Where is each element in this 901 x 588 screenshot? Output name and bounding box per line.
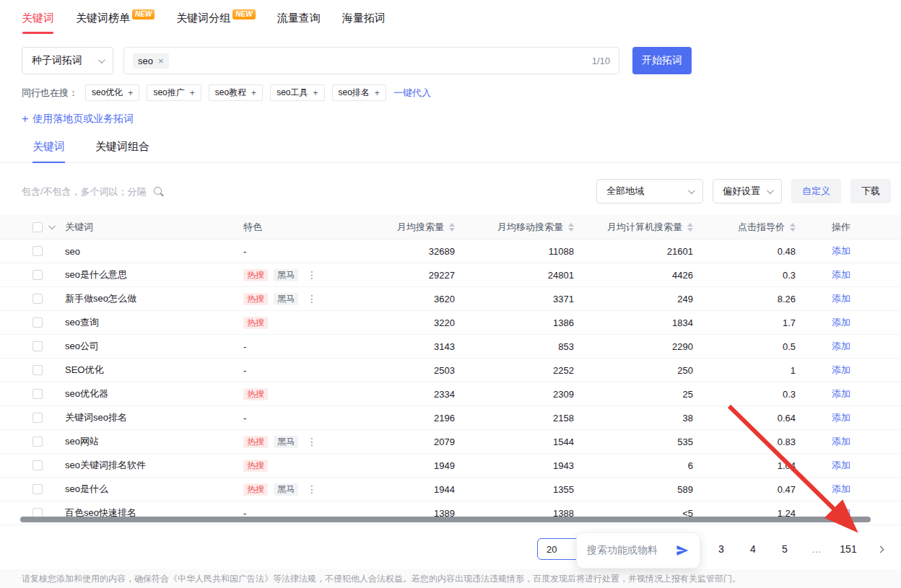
more-icon[interactable]: ⋮ [307, 269, 317, 281]
tab-keyword-grouping[interactable]: 关键词分组 NEW [176, 12, 255, 34]
preference-settings-button[interactable]: 偏好设置 [713, 179, 782, 203]
mobile-volume: 3371 [461, 294, 580, 304]
compliance-footer: 请复核您添加和使用的内容，确保符合《中华人民共和国广告法》等法律法规，不侵犯他人… [0, 569, 901, 588]
keyword-cell: 关键词seo排名 [56, 411, 237, 424]
next-page-button[interactable] [869, 538, 891, 560]
customize-columns-button[interactable]: 自定义 [791, 179, 841, 203]
add-link[interactable]: 添加 [832, 460, 850, 470]
more-icon[interactable]: ⋮ [307, 483, 317, 495]
landing-page-expansion-link[interactable]: + 使用落地页或业务拓词 [22, 113, 134, 126]
sort-icon[interactable] [449, 223, 455, 232]
table-row: seo关键词排名软件 热搜 1949 1943 6 1.04 添加 [0, 454, 901, 478]
tab-label: 关键词 [22, 12, 54, 25]
add-link[interactable]: 添加 [832, 341, 850, 351]
suggestion-chip[interactable]: seo工具 + [270, 84, 324, 101]
keyword-cell: seo [56, 246, 237, 257]
more-icon[interactable]: ⋮ [307, 293, 317, 304]
main-nav: 关键词 关键词榜单 NEW 关键词分组 NEW 流量查询 海量拓词 [0, 0, 901, 34]
add-link[interactable]: 添加 [832, 245, 850, 256]
add-link[interactable]: 添加 [832, 293, 850, 304]
row-checkbox[interactable] [32, 246, 43, 256]
table-header: 关键词 特色 月均搜索量 月均移动搜索量 月均计算机搜索量 点击指导价 操作 [0, 215, 901, 240]
chevron-down-icon [767, 187, 774, 194]
sort-icon[interactable] [790, 223, 796, 232]
row-checkbox[interactable] [32, 413, 43, 423]
suggestion-chip[interactable]: seo优化 + [85, 84, 139, 101]
filter-bar: 包含/不包含，多个词以；分隔 全部地域 偏好设置 自定义 下载 [22, 179, 879, 205]
select-all-checkbox[interactable] [32, 222, 43, 232]
close-icon[interactable]: × [158, 56, 164, 66]
pc-volume: 2290 [580, 341, 699, 352]
seed-word-input[interactable]: seo × 1/10 [123, 47, 619, 74]
cpc-value: 0.5 [699, 341, 801, 352]
add-link[interactable]: 添加 [832, 364, 850, 375]
download-button[interactable]: 下载 [850, 179, 891, 203]
keyword-cell: seo是什么意思 [56, 268, 237, 281]
cpc-value: 0.3 [699, 270, 801, 281]
add-link[interactable]: 添加 [832, 483, 850, 494]
monthly-volume: 1949 [367, 460, 461, 471]
apply-all-link[interactable]: 一键代入 [393, 87, 431, 100]
row-checkbox[interactable] [32, 436, 43, 447]
row-checkbox[interactable] [32, 294, 43, 304]
monthly-volume: 1944 [367, 484, 461, 495]
region-select[interactable]: 全部地域 [596, 179, 703, 203]
horizontal-scrollbar[interactable] [20, 517, 871, 522]
new-badge: NEW [132, 9, 154, 19]
row-checkbox[interactable] [32, 484, 43, 494]
filter-placeholder: 包含/不包含，多个词以；分隔 [22, 185, 147, 198]
sort-icon[interactable] [568, 223, 574, 232]
mobile-volume: 1544 [461, 436, 580, 447]
suggestion-chip[interactable]: seo排名 + [332, 84, 386, 101]
send-icon[interactable] [675, 543, 689, 558]
page-3[interactable]: 3 [710, 538, 732, 560]
page-5[interactable]: 5 [774, 538, 796, 560]
chevron-down-icon[interactable] [48, 222, 56, 229]
tab-keywords-result[interactable]: 关键词 [32, 140, 65, 162]
monthly-volume: 3143 [367, 341, 461, 352]
add-link[interactable]: 添加 [832, 388, 850, 399]
mobile-volume: 24801 [461, 270, 580, 281]
keyword-filter-input[interactable]: 包含/不包含，多个词以；分隔 [22, 185, 165, 198]
add-link[interactable]: 添加 [832, 436, 850, 447]
add-link[interactable]: 添加 [832, 412, 850, 423]
filter-actions: 全部地域 偏好设置 自定义 下载 [596, 179, 891, 203]
sort-icon[interactable] [687, 223, 693, 232]
add-link[interactable]: 添加 [832, 269, 850, 280]
monthly-volume: 29227 [367, 270, 461, 281]
expansion-mode-select[interactable]: 种子词拓词 [22, 47, 113, 74]
monthly-volume: 3620 [367, 294, 461, 304]
row-checkbox[interactable] [32, 341, 43, 351]
row-checkbox[interactable] [32, 389, 43, 399]
page-last[interactable]: 151 [837, 538, 859, 560]
col-feature: 特色 [237, 221, 367, 234]
row-checkbox[interactable] [32, 317, 43, 328]
hot-badge: 热搜 [243, 460, 268, 472]
suggestion-chip[interactable]: seo推广 + [147, 84, 201, 101]
peer-search-row: 同行也在搜： seo优化 + seo推广 + seo教程 + seo工具 + s… [22, 84, 879, 101]
tab-keyword-combination[interactable]: 关键词组合 [95, 140, 149, 162]
cpc-value: 0.48 [699, 246, 801, 257]
row-checkbox[interactable] [32, 270, 43, 280]
assistant-search-widget[interactable]: 搜索功能或物料 [576, 532, 700, 569]
pc-volume: 1834 [580, 317, 699, 328]
tab-keyword[interactable]: 关键词 [22, 12, 54, 34]
keyword-cell: seo是什么 [56, 483, 237, 496]
hot-badge: 热搜 [243, 269, 268, 281]
more-icon[interactable]: ⋮ [307, 436, 317, 447]
page-4[interactable]: 4 [742, 538, 764, 560]
hot-badge: 热搜 [243, 388, 268, 400]
row-checkbox[interactable] [32, 365, 43, 375]
start-expansion-button[interactable]: 开始拓词 [632, 47, 692, 74]
pc-volume: 249 [580, 294, 699, 304]
tab-traffic-query[interactable]: 流量查询 [277, 12, 321, 34]
pagination-ellipsis[interactable]: … [806, 538, 827, 560]
tab-keyword-ranking[interactable]: 关键词榜单 NEW [76, 12, 154, 34]
pc-volume: 21601 [580, 246, 699, 257]
keyword-cell: seo公司 [56, 340, 237, 353]
suggestion-chip[interactable]: seo教程 + [209, 84, 263, 101]
add-link[interactable]: 添加 [832, 317, 850, 328]
feature-dash: - [243, 246, 246, 257]
tab-mass-expansion[interactable]: 海量拓词 [342, 12, 386, 34]
row-checkbox[interactable] [32, 460, 43, 470]
